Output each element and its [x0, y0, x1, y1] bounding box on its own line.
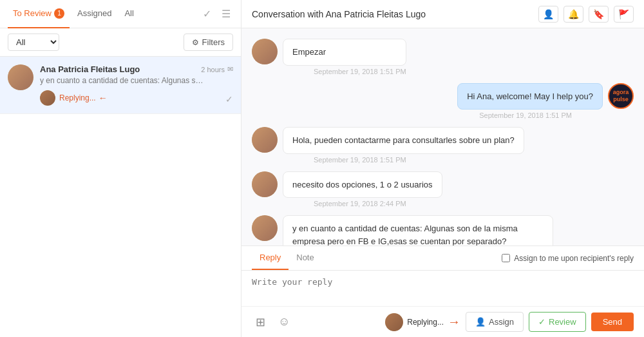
- tab-all-label: All: [124, 8, 133, 18]
- reply-area: Reply Note Assign to me upon recipient's…: [242, 246, 644, 337]
- check-all-button[interactable]: ✓: [200, 5, 214, 23]
- conversation-name: Ana Patricia Fleitas Lugo: [40, 64, 140, 74]
- filter-select[interactable]: All: [8, 34, 59, 51]
- conversation-header: Ana Patricia Fleitas Lugo 2 hours ✉: [40, 64, 233, 74]
- filter-icon: ⚙: [192, 38, 199, 47]
- filter-bar: All ⚙ Filters: [0, 28, 241, 57]
- sort-button[interactable]: ☰: [219, 5, 233, 23]
- user-action-button[interactable]: 👤: [538, 6, 558, 23]
- mark-done-button[interactable]: ✓: [225, 94, 233, 104]
- message-avatar: [252, 39, 278, 64]
- tab-note[interactable]: Note: [289, 246, 321, 270]
- filters-button[interactable]: ⚙ Filters: [184, 34, 233, 51]
- tab-to-review-badge: 1: [54, 8, 64, 19]
- avatar: [8, 64, 33, 90]
- bell-action-button[interactable]: 🔔: [564, 6, 583, 23]
- assign-label: Assign to me upon recipient's reply: [514, 254, 634, 263]
- conversation-item[interactable]: Ana Patricia Fleitas Lugo 2 hours ✉ y en…: [0, 57, 241, 114]
- tab-all[interactable]: All: [119, 0, 138, 28]
- red-arrow-icon: →: [448, 314, 460, 329]
- messages-area: Empezar September 19, 2018 1:51 PM agora…: [242, 28, 644, 246]
- message-content: necesito dos opciones, 1 o 2 usuarios Se…: [283, 171, 442, 208]
- message-content: Empezar September 19, 2018 1:51 PM: [283, 39, 406, 75]
- attach-button[interactable]: ⊞: [252, 314, 269, 331]
- email-icon: ✉: [227, 65, 233, 73]
- tab-assigned-label: Assigned: [77, 8, 111, 18]
- action-buttons: 👤 Assign ✓ Review Send: [466, 312, 634, 332]
- conversation-title: Conversation with Ana Patricia Fleitas L…: [252, 9, 426, 19]
- conversation-title-bar: Conversation with Ana Patricia Fleitas L…: [242, 0, 644, 28]
- emoji-button[interactable]: ☺: [274, 314, 294, 330]
- message-row: agorapulse Hi Ana, welcome! May I help y…: [252, 83, 634, 120]
- flag-action-button[interactable]: 🚩: [614, 6, 634, 23]
- title-actions: 👤 🔔 🔖 🚩: [538, 6, 634, 23]
- tab-to-review-label: To Review: [13, 8, 52, 18]
- assign-checkbox-area: Assign to me upon recipient's reply: [502, 254, 634, 263]
- message-time: September 19, 2018 1:51 PM: [457, 111, 572, 119]
- send-button[interactable]: Send: [591, 313, 634, 331]
- message-bubble-outgoing: Hi Ana, welcome! May I help you?: [457, 83, 603, 110]
- right-panel: Conversation with Ana Patricia Fleitas L…: [242, 0, 644, 337]
- tabs-bar: To Review 1 Assigned All ✓ ☰: [0, 0, 241, 28]
- message-bubble: Empezar: [283, 39, 406, 66]
- tabs-actions: ✓ ☰: [200, 5, 233, 23]
- message-time: September 19, 2018 1:51 PM: [314, 68, 406, 75]
- message-row: Hola, pueden contactarme para consultarl…: [252, 127, 634, 164]
- message-bubble: Hola, pueden contactarme para consultarl…: [283, 127, 524, 154]
- message-content: Hola, pueden contactarme para consultarl…: [283, 127, 524, 164]
- reply-tabs: Reply Note Assign to me upon recipient's…: [242, 246, 644, 271]
- message-bubble: y en cuanto a cantidad de cuentas: Algun…: [283, 215, 553, 246]
- assign-user-icon: 👤: [475, 317, 486, 327]
- review-button[interactable]: ✓ Review: [529, 312, 586, 332]
- replying-footer-avatar: [385, 313, 403, 331]
- message-content: y en cuanto a cantidad de cuentas: Algun…: [283, 215, 553, 246]
- replying-badge: Replying... ←: [59, 93, 108, 103]
- replying-indicator: Replying... →: [385, 313, 460, 331]
- agora-avatar: agorapulse: [608, 83, 634, 109]
- tab-to-review[interactable]: To Review 1: [8, 0, 70, 28]
- assign-button[interactable]: 👤 Assign: [466, 312, 524, 332]
- conversation-preview: y en cuanto a cantidad de cuentas: Algun…: [40, 75, 207, 86]
- message-content: Hi Ana, welcome! May I help you? Septemb…: [457, 83, 603, 120]
- message-avatar: [252, 215, 278, 241]
- filter-btn-label: Filters: [202, 37, 225, 47]
- left-panel: To Review 1 Assigned All ✓ ☰ All ⚙ Filte…: [0, 0, 242, 337]
- message-row: y en cuanto a cantidad de cuentas: Algun…: [252, 215, 634, 246]
- tab-assigned[interactable]: Assigned: [72, 0, 117, 28]
- message-time: September 19, 2018 1:51 PM: [314, 156, 524, 164]
- conversation-list: Ana Patricia Fleitas Lugo 2 hours ✉ y en…: [0, 57, 241, 337]
- reply-input-area: [242, 271, 644, 306]
- assign-checkbox[interactable]: [502, 254, 510, 262]
- arrow-left-icon: ←: [99, 93, 108, 103]
- message-avatar: [252, 127, 278, 153]
- reply-input[interactable]: [252, 277, 634, 298]
- message-time: September 19, 2018 2:44 PM: [314, 200, 442, 207]
- message-row: necesito dos opciones, 1 o 2 usuarios Se…: [252, 171, 634, 208]
- check-icon: ✓: [538, 317, 545, 327]
- reply-footer: ⊞ ☺ Replying... → 👤 Assign ✓ Review: [242, 306, 644, 337]
- bookmark-action-button[interactable]: 🔖: [589, 6, 609, 23]
- replying-text: Replying...: [407, 318, 444, 327]
- message-row: Empezar September 19, 2018 1:51 PM: [252, 39, 634, 75]
- tab-reply[interactable]: Reply: [252, 246, 289, 270]
- conversation-time: 2 hours ✉: [201, 65, 233, 73]
- conversation-footer: Replying... ←: [40, 90, 233, 106]
- message-bubble: necesito dos opciones, 1 o 2 usuarios: [283, 171, 442, 198]
- replying-avatar-sm: [40, 90, 55, 106]
- message-avatar: [252, 171, 278, 197]
- conversation-content: Ana Patricia Fleitas Lugo 2 hours ✉ y en…: [40, 64, 233, 106]
